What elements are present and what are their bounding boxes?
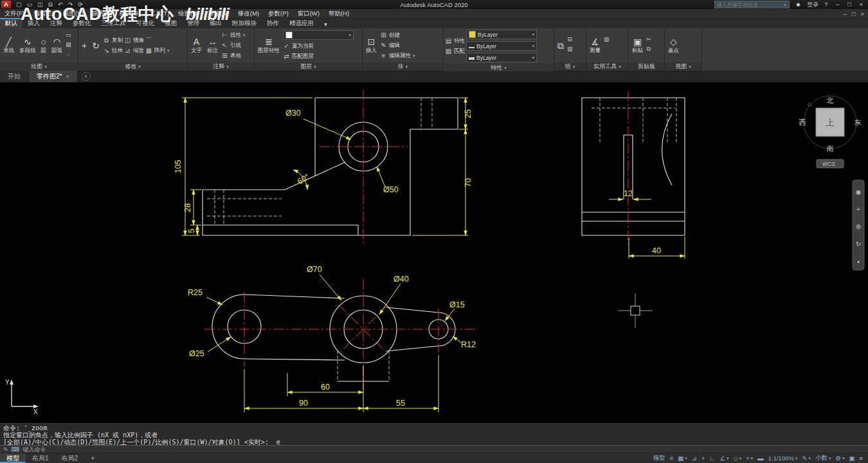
- menu-draw[interactable]: 绘图(D): [174, 10, 203, 18]
- ribbon-tab-featured[interactable]: 精选应用: [284, 18, 319, 28]
- copy-clip-icon[interactable]: ⧉: [646, 46, 651, 55]
- dim-dia25[interactable]: Ø25: [189, 349, 204, 358]
- ribbon-tab-output[interactable]: 输出: [204, 18, 227, 28]
- doc-minimize-button[interactable]: –: [843, 10, 846, 17]
- side-view-geometry[interactable]: [582, 98, 685, 235]
- plan-view-geometry[interactable]: [212, 295, 455, 381]
- text-button[interactable]: A文字: [189, 29, 204, 62]
- chevron-down-icon[interactable]: ▾: [795, 456, 798, 461]
- viewcube[interactable]: ⌂ 北 南 西 东 上 WCS: [799, 96, 862, 168]
- arc-button[interactable]: ◠圆弧: [50, 29, 64, 62]
- linetype-dropdown[interactable]: ByLayer▾: [466, 41, 537, 51]
- help-search-box[interactable]: ⌕: [714, 1, 790, 8]
- dim-dia30[interactable]: Ø30: [285, 109, 301, 118]
- search-icon[interactable]: ⌕: [784, 1, 787, 8]
- menu-view[interactable]: 视图(V): [59, 10, 88, 18]
- panel-label-groups[interactable]: 组▾: [554, 62, 586, 71]
- ribbon-tab-home[interactable]: 默认: [0, 18, 23, 28]
- viewcube-top-label[interactable]: 上: [826, 118, 835, 127]
- front-view-hidden-lines[interactable]: [207, 98, 432, 225]
- chevron-down-icon[interactable]: ▾: [727, 456, 729, 461]
- autocad-logo[interactable]: A: [1, 1, 11, 8]
- dim-28[interactable]: 28: [183, 203, 192, 212]
- front-view-centerlines[interactable]: [320, 90, 408, 244]
- lineweight-icon[interactable]: ▬: [757, 455, 764, 462]
- menu-dimension[interactable]: 标注(N): [204, 10, 233, 18]
- stretch-button[interactable]: ↘拉伸: [103, 46, 123, 55]
- panel-label-modify[interactable]: 修改▾: [78, 62, 187, 71]
- plot-icon[interactable]: ⊟: [46, 1, 56, 8]
- plan-view-dimensions[interactable]: R25 Ø25 Ø70 Ø40 Ø15 R12 60 90 55: [188, 265, 476, 412]
- set-current-layer-button[interactable]: ✓置为当前: [283, 41, 354, 51]
- group-button[interactable]: ⧉: [556, 29, 566, 62]
- open-file-icon[interactable]: ▭: [24, 1, 35, 8]
- viewcube-home-icon[interactable]: ⌂: [808, 100, 811, 107]
- ribbon-tab-addins[interactable]: 附加模块: [227, 18, 262, 28]
- navbar-more-icon[interactable]: ▾: [857, 259, 860, 265]
- dim-105[interactable]: 105: [174, 160, 183, 174]
- maximize-button[interactable]: □: [845, 1, 853, 8]
- mirror-button[interactable]: ◫镜像: [124, 35, 144, 45]
- panel-label-utilities[interactable]: 实用工具▾: [586, 62, 628, 71]
- layer-dropdown[interactable]: ▾: [283, 30, 354, 40]
- fillet-button[interactable]: ⌒: [145, 35, 170, 45]
- doc-restore-button[interactable]: □: [852, 10, 856, 17]
- chevron-down-icon[interactable]: ▾: [739, 456, 742, 461]
- menu-parametric[interactable]: 参数(P): [264, 10, 293, 18]
- dim-r12[interactable]: R12: [461, 340, 476, 349]
- id-point-icon[interactable]: [604, 46, 610, 55]
- file-tab-drawing[interactable]: 零件图2*×: [29, 71, 78, 82]
- layer-properties-button[interactable]: ≣图层特性: [256, 29, 282, 62]
- help-icon[interactable]: ?: [822, 1, 830, 8]
- menu-format[interactable]: 格式(O): [114, 10, 145, 18]
- minimize-button[interactable]: –: [833, 1, 842, 8]
- move-button[interactable]: +: [80, 29, 89, 62]
- dim-5[interactable]: 5: [187, 228, 196, 233]
- layout-tab-model[interactable]: 模型: [0, 453, 26, 463]
- grid-icon[interactable]: #: [670, 455, 673, 462]
- navigation-bar[interactable]: ◉ + ⊕ ↻ ▾: [853, 180, 864, 270]
- linear-dim-button[interactable]: ⊢线性▾: [221, 30, 246, 40]
- redo-icon[interactable]: ↷: [66, 1, 76, 8]
- close-button[interactable]: ×: [857, 1, 865, 8]
- chevron-down-icon[interactable]: ▾: [842, 456, 845, 461]
- dim-60[interactable]: 60: [321, 383, 330, 392]
- front-view-dimensions[interactable]: 105 28 5 25 70 Ø30 Ø50 60°: [174, 98, 473, 235]
- menu-tools[interactable]: 工具(T): [145, 10, 174, 18]
- edit-block-button[interactable]: ✎编辑: [380, 41, 415, 50]
- new-tab-button[interactable]: +: [82, 72, 91, 81]
- menu-modify[interactable]: 修改(M): [233, 10, 264, 18]
- insert-block-button[interactable]: ⊡插入: [364, 29, 379, 62]
- line-button[interactable]: ╱直线: [1, 29, 16, 62]
- customize-command-icon[interactable]: ✎: [3, 446, 8, 453]
- lineweight-dropdown[interactable]: ByLayer▾: [466, 53, 537, 62]
- layout-tab-layout1[interactable]: 布局1: [26, 453, 55, 463]
- side-view-dimensions[interactable]: 12 40: [609, 189, 685, 259]
- measure-button[interactable]: ∡测量: [588, 29, 602, 62]
- menu-window[interactable]: 窗口(W): [293, 10, 324, 18]
- workspace-gear-icon[interactable]: ⚙: [835, 455, 841, 462]
- signin-button[interactable]: 登录: [807, 1, 818, 9]
- viewcube-east[interactable]: 东: [854, 118, 862, 126]
- dim-dia40[interactable]: Ø40: [393, 275, 409, 284]
- dimension-button[interactable]: ↔标注: [205, 29, 220, 62]
- command-history[interactable]: 命令: '_zoom 指定窗口的角点，输入比例因子 (nX 或 nXP)，或者 …: [0, 423, 868, 445]
- file-tab-start[interactable]: 开始: [0, 71, 29, 82]
- undo-icon[interactable]: ↶: [55, 1, 66, 8]
- ribbon-tab-annotate[interactable]: 注释: [45, 18, 68, 28]
- panel-label-block[interactable]: 块▾: [363, 62, 443, 71]
- ribbon-tab-parametric[interactable]: 参数化: [68, 18, 96, 28]
- base-point-button[interactable]: ◇基点: [666, 29, 681, 62]
- match-layer-button[interactable]: ⇄匹配图层: [283, 51, 354, 61]
- customize-status-icon[interactable]: ≡: [859, 455, 863, 462]
- dim-dia50[interactable]: Ø50: [383, 185, 399, 194]
- dim-dia70[interactable]: Ø70: [307, 265, 322, 274]
- ucs-icon[interactable]: Y X: [5, 379, 39, 415]
- dynamic-input-icon[interactable]: +: [701, 455, 705, 462]
- units-display[interactable]: 小数: [815, 454, 827, 462]
- navwheel-icon[interactable]: ◉: [856, 188, 862, 195]
- zoom-icon[interactable]: ⊕: [856, 223, 861, 230]
- save-icon[interactable]: ◫: [35, 1, 46, 8]
- orbit-icon[interactable]: ↻: [856, 241, 861, 248]
- front-view-geometry[interactable]: [203, 98, 458, 235]
